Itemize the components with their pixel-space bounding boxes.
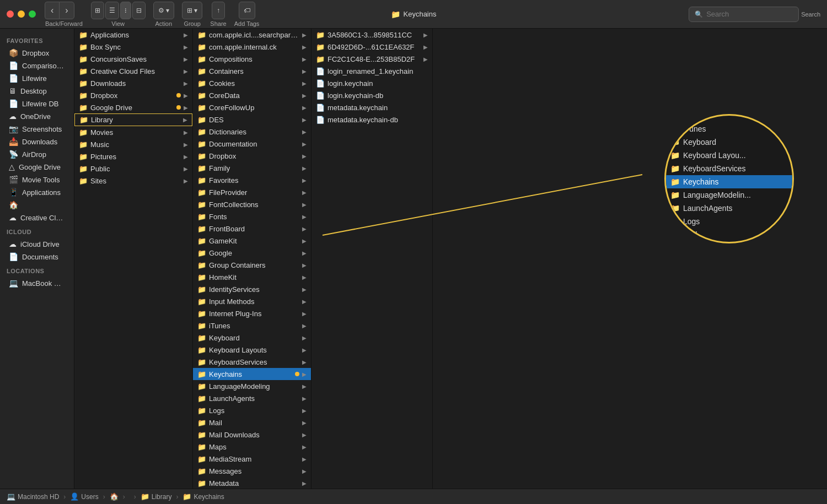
- col-item-documentation[interactable]: 📁 Documentation ▶: [193, 138, 311, 150]
- col-icon-corefollowup: 📁: [197, 104, 206, 112]
- col-item-google[interactable]: 📁 Google ▶: [193, 247, 311, 259]
- col-item-movies[interactable]: 📁 Movies ▶: [74, 126, 192, 138]
- sidebar-item-screenshots[interactable]: 📷 Screenshots: [2, 123, 72, 135]
- col-item-gamekit[interactable]: 📁 GameKit ▶: [193, 235, 311, 247]
- sidebar-icon-home: 🏠: [9, 200, 18, 209]
- breadcrumb-item-0[interactable]: 💻Macintosh HD: [7, 492, 59, 501]
- col-item-applications[interactable]: 📁 Applications ▶: [74, 29, 192, 41]
- search-box[interactable]: 🔍: [689, 7, 799, 22]
- col-item-launchagents[interactable]: 📁 LaunchAgents ▶: [193, 392, 311, 404]
- col-item-metadata[interactable]: 📁 Metadata ▶: [193, 477, 311, 489]
- col-item-fileprovider[interactable]: 📁 FileProvider ▶: [193, 186, 311, 198]
- col-item-logs[interactable]: 📁 Logs ▶: [193, 404, 311, 416]
- col-item-box-sync[interactable]: 📁 Box Sync ▶: [74, 41, 192, 53]
- col-item-containers[interactable]: 📁 Containers ▶: [193, 65, 311, 77]
- sidebar-item-comparison[interactable]: 📄 Comparison...: [2, 59, 72, 72]
- sidebar-item-google-drive[interactable]: △ Google Drive: [2, 161, 72, 173]
- sidebar-item-movie-tools[interactable]: 🎬 Movie Tools: [2, 174, 72, 186]
- col-item-messages[interactable]: 📁 Messages ▶: [193, 465, 311, 477]
- sidebar-item-desktop[interactable]: 🖥 Desktop: [2, 85, 72, 97]
- minimize-button[interactable]: [18, 10, 25, 18]
- view-icon-btn[interactable]: ⊞: [91, 2, 104, 19]
- view-list-btn[interactable]: ☰: [105, 2, 119, 19]
- col-arrow-6d492d: ▶: [423, 44, 428, 50]
- col-item-frontboard[interactable]: 📁 FrontBoard ▶: [193, 223, 311, 235]
- sidebar-item-airdrop[interactable]: 📡 AirDrop: [2, 148, 72, 160]
- sidebar-item-macbook-pro[interactable]: 💻 MacBook Pro: [2, 277, 72, 289]
- col-item-corefollowup[interactable]: 📁 CoreFollowUp ▶: [193, 101, 311, 113]
- sidebar-item-home[interactable]: 🏠: [2, 199, 72, 211]
- col-item-maps[interactable]: 📁 Maps ▶: [193, 441, 311, 453]
- col-item-mediastream[interactable]: 📁 MediaStream ▶: [193, 453, 311, 465]
- breadcrumb-item-4[interactable]: 📁Library: [141, 492, 172, 501]
- back-button[interactable]: ‹: [45, 2, 59, 19]
- col-item-concursionsaves[interactable]: 📁 ConcursionSaves ▶: [74, 53, 192, 65]
- sidebar-item-downloads[interactable]: 📥 Downloads: [2, 136, 72, 148]
- col-item-metadata-db[interactable]: 📄 metadata.keychain-db: [312, 113, 432, 126]
- col-item-keyboardservices[interactable]: 📁 KeyboardServices ▶: [193, 356, 311, 368]
- col-item-public[interactable]: 📁 Public ▶: [74, 162, 192, 175]
- col-item-dictionaries[interactable]: 📁 Dictionaries ▶: [193, 126, 311, 138]
- view-gallery-btn[interactable]: ⊟: [132, 2, 146, 19]
- col-item-apple-internal[interactable]: 📁 com.apple.internal.ck ▶: [193, 41, 311, 53]
- col-item-homekit[interactable]: 📁 HomeKit ▶: [193, 271, 311, 283]
- sidebar-item-documents[interactable]: 📄 Documents: [2, 251, 72, 263]
- zoom-button[interactable]: [29, 10, 36, 18]
- view-column-btn[interactable]: ⫶: [120, 2, 131, 19]
- sidebar-item-dropbox[interactable]: 📦 Dropbox: [2, 47, 72, 59]
- col-item-cookies[interactable]: 📁 Cookies ▶: [193, 77, 311, 89]
- col-item-creative-cloud[interactable]: 📁 Creative Cloud Files ▶: [74, 65, 192, 77]
- col-item-6d492d[interactable]: 📁 6D492D6D-...61C1EA632F ▶: [312, 41, 432, 53]
- col-item-favorites[interactable]: 📁 Favorites ▶: [193, 174, 311, 186]
- col-item-3a5860[interactable]: 📁 3A5860C1-3...8598511CC ▶: [312, 29, 432, 41]
- col-item-library[interactable]: 📁 Library ▶: [74, 113, 192, 126]
- sidebar-item-creative-clo[interactable]: ☁ Creative Clo...: [2, 212, 72, 224]
- col-item-music[interactable]: 📁 Music ▶: [74, 138, 192, 150]
- col-item-languagemodeling[interactable]: 📁 LanguageModeling ▶: [193, 380, 311, 392]
- col-item-fonts[interactable]: 📁 Fonts ▶: [193, 210, 311, 223]
- col-item-itunes[interactable]: 📁 iTunes ▶: [193, 319, 311, 332]
- col-item-login-renamed[interactable]: 📄 login_renamed_1.keychain: [312, 65, 432, 77]
- col-item-downloads[interactable]: 📁 Downloads ▶: [74, 77, 192, 89]
- col-item-internet-plug-ins[interactable]: 📁 Internet Plug-Ins ▶: [193, 307, 311, 319]
- col-item-login-keychain[interactable]: 📄 login.keychain: [312, 77, 432, 89]
- col-item-coredata[interactable]: 📁 CoreData ▶: [193, 89, 311, 101]
- col-item-group-containers[interactable]: 📁 Group Containers ▶: [193, 259, 311, 271]
- col-item-dropbox[interactable]: 📁 Dropbox ▶: [193, 150, 311, 162]
- breadcrumb-item-2[interactable]: 🏠: [110, 492, 119, 501]
- share-button[interactable]: ↑: [212, 2, 225, 19]
- col-item-login-db[interactable]: 📄 login.keychain-db: [312, 89, 432, 101]
- col-item-pictures[interactable]: 📁 Pictures ▶: [74, 150, 192, 162]
- col-item-keyboard[interactable]: 📁 Keyboard ▶: [193, 332, 311, 344]
- col-item-input-methods[interactable]: 📁 Input Methods ▶: [193, 295, 311, 307]
- breadcrumb-item-1[interactable]: 👤Users: [70, 492, 98, 501]
- search-input[interactable]: [706, 10, 794, 18]
- group-button[interactable]: ⊞ ▾: [182, 2, 202, 19]
- forward-button[interactable]: ›: [59, 2, 74, 19]
- col-item-mail-downloads[interactable]: 📁 Mail Downloads ▶: [193, 429, 311, 441]
- col-item-sites[interactable]: 📁 Sites ▶: [74, 175, 192, 187]
- action-button[interactable]: ⚙ ▾: [153, 2, 174, 19]
- sidebar-item-onedrive[interactable]: ☁ OneDrive: [2, 110, 72, 122]
- sidebar-item-applications[interactable]: 📱 Applications: [2, 186, 72, 198]
- sidebar-item-icloud-drive[interactable]: ☁ iCloud Drive: [2, 238, 72, 250]
- col-item-metadata-keychain[interactable]: 📄 metadata.keychain: [312, 101, 432, 113]
- col-item-family[interactable]: 📁 Family ▶: [193, 162, 311, 174]
- col-item-dropbox[interactable]: 📁 Dropbox ▶: [74, 89, 192, 101]
- addtags-button[interactable]: 🏷: [239, 2, 255, 19]
- sidebar-item-lifewire-db[interactable]: 📄 Lifewire DB: [2, 97, 72, 110]
- close-button[interactable]: [7, 10, 14, 18]
- col-item-identityservices[interactable]: 📁 IdentityServices ▶: [193, 283, 311, 295]
- breadcrumb-item-5[interactable]: 📁Keychains: [182, 492, 224, 501]
- col-item-fontcollections[interactable]: 📁 FontCollections ▶: [193, 198, 311, 210]
- sidebar-item-lifewire[interactable]: 📄 Lifewire: [2, 72, 72, 84]
- col-item-des[interactable]: 📁 DES ▶: [193, 113, 311, 126]
- col-arrow-applications: ▶: [184, 32, 188, 38]
- col-item-mail[interactable]: 📁 Mail ▶: [193, 416, 311, 429]
- col-item-keyboard-layouts[interactable]: 📁 Keyboard Layouts ▶: [193, 344, 311, 356]
- col-item-keychains[interactable]: 📁 Keychains ▶: [193, 368, 311, 380]
- col-item-google-drive[interactable]: 📁 Google Drive ▶: [74, 101, 192, 113]
- col-item-compositions[interactable]: 📁 Compositions ▶: [193, 53, 311, 65]
- col-item-apple-searchparty[interactable]: 📁 com.apple.icl....searchpartyd ▶: [193, 29, 311, 41]
- col-item-fc2c1c[interactable]: 📁 FC2C1C48-E...253B85D2F ▶: [312, 53, 432, 65]
